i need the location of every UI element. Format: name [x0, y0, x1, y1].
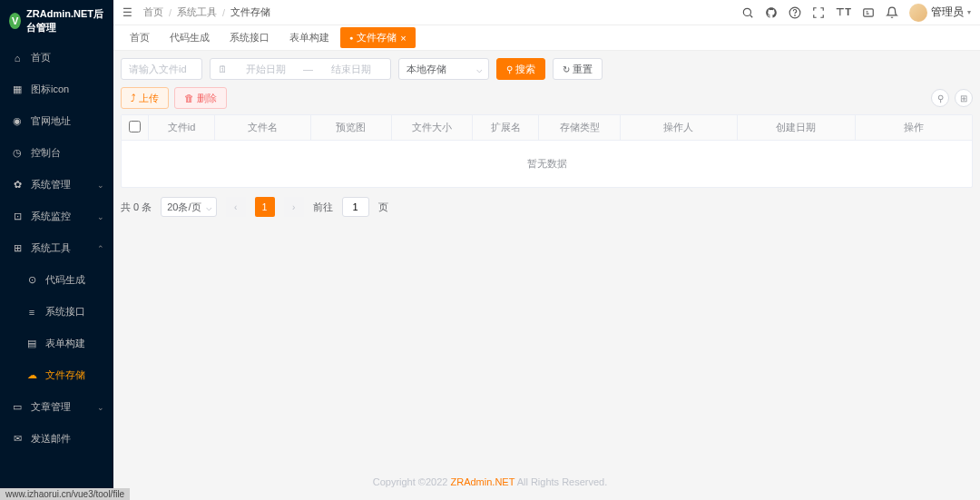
chevron-down-icon: ⌄ [97, 212, 104, 221]
date-end-placeholder: 结束日期 [318, 63, 383, 76]
sidebar-item-system-manage[interactable]: ✿ 系统管理 ⌄ [0, 169, 113, 201]
tabs-bar: 首页 代码生成 系统接口 表单构建 文件存储 × [113, 25, 980, 51]
tab-label: 系统接口 [230, 31, 270, 44]
tab-label: 文件存储 [357, 31, 397, 44]
chevron-down-icon: ▾ [967, 8, 971, 16]
sidebar-item-filestorage[interactable]: ☁ 文件存储 [0, 359, 113, 391]
github-icon[interactable] [765, 6, 778, 19]
sidebar-item-console[interactable]: ◷ 控制台 [0, 137, 113, 169]
next-page-button[interactable]: › [284, 197, 304, 217]
tab-codegen[interactable]: 代码生成 [161, 27, 219, 48]
reset-button[interactable]: ↻ 重置 [553, 58, 603, 80]
header: ☰ 首页 / 系统工具 / 文件存储 [113, 0, 980, 25]
breadcrumb-sep: / [222, 7, 225, 18]
column-preview: 预览图 [311, 115, 392, 140]
svg-rect-3 [864, 8, 874, 15]
content: 🗓 开始日期 — 结束日期 本地存储 ⚲ 搜索 ↻ 重置 [113, 51, 980, 500]
search-icon: ⚲ [506, 64, 513, 74]
date-separator: — [303, 64, 313, 74]
logo[interactable]: V ZRAdmin.NET后台管理 [0, 0, 113, 42]
tab-formbuild[interactable]: 表单构建 [280, 27, 338, 48]
brand-link[interactable]: ZRAdmin.NET [450, 476, 514, 487]
search-icon[interactable] [741, 6, 754, 19]
username: 管理员 [931, 5, 964, 20]
form-icon: ▤ [25, 338, 38, 350]
fileid-input[interactable] [121, 58, 202, 80]
sidebar-item-system-tools[interactable]: ⊞ 系统工具 ⌃ [0, 232, 113, 264]
column-created: 创建日期 [738, 115, 855, 140]
chevron-down-icon: ⌄ [97, 403, 104, 412]
table-header: 文件id 文件名 预览图 文件大小 扩展名 存储类型 操作人 创建日期 操作 [122, 115, 972, 141]
gear-icon: ✿ [11, 179, 24, 191]
language-icon[interactable] [862, 6, 875, 19]
column-fileid: 文件id [149, 115, 215, 140]
user-menu[interactable]: 管理员 ▾ [909, 4, 971, 22]
tab-label: 首页 [130, 31, 150, 44]
sidebar-item-codegen[interactable]: ⊙ 代码生成 [0, 264, 113, 296]
breadcrumb-sep: / [169, 7, 172, 18]
sidebar-item-formbuild[interactable]: ▤ 表单构建 [0, 328, 113, 359]
sidebar-item-website[interactable]: ◉ 官网地址 [0, 105, 113, 137]
sidebar-item-label: 官网地址 [31, 114, 71, 128]
delete-button[interactable]: 🗑 删除 [174, 87, 227, 109]
goto-suffix: 页 [378, 201, 388, 214]
sidebar-item-api[interactable]: ≡ 系统接口 [0, 296, 113, 328]
date-range-picker[interactable]: 🗓 开始日期 — 结束日期 [210, 58, 391, 80]
sidebar-item-home[interactable]: ⌂ 首页 [0, 42, 113, 74]
footer: Copyright ©2022 ZRAdmin.NET All Rights R… [373, 476, 608, 487]
fontsize-icon[interactable]: ⊤T [836, 6, 851, 18]
refresh-tool[interactable]: ⚲ [931, 89, 949, 107]
chevron-up-icon: ⌃ [97, 244, 104, 253]
tab-filestorage[interactable]: 文件存储 × [340, 27, 416, 48]
sidebar-item-label: 文章管理 [31, 400, 71, 414]
refresh-icon: ↻ [563, 64, 570, 74]
trash-icon: 🗑 [184, 93, 194, 103]
notification-icon[interactable] [886, 6, 898, 19]
sidebar-item-label: 控制台 [31, 146, 61, 160]
chevron-down-icon: ⌄ [97, 181, 104, 190]
filter-row: 🗓 开始日期 — 结束日期 本地存储 ⚲ 搜索 ↻ 重置 [121, 58, 973, 80]
button-label: 重置 [573, 63, 593, 76]
sidebar-item-label: 表单构建 [45, 337, 85, 350]
fullscreen-icon[interactable] [812, 6, 825, 19]
breadcrumb-item[interactable]: 首页 [143, 5, 163, 19]
sidebar-item-mail[interactable]: ✉ 发送邮件 [0, 423, 113, 455]
sidebar: V ZRAdmin.NET后台管理 ⌂ 首页 ▦ 图标icon ◉ 官网地址 ◷… [0, 0, 113, 500]
sidebar-item-label: 系统监控 [31, 210, 71, 223]
storage-select[interactable]: 本地存储 [398, 58, 489, 80]
sidebar-item-label: 首页 [31, 51, 51, 64]
calendar-icon: 🗓 [218, 64, 228, 74]
monitor-icon: ⊡ [11, 211, 24, 223]
select-all-checkbox[interactable] [129, 121, 141, 132]
sidebar-item-system-monitor[interactable]: ⊡ 系统监控 ⌄ [0, 201, 113, 232]
avatar [909, 4, 927, 22]
table-tools: ⚲ ⊞ [931, 89, 973, 107]
date-start-placeholder: 开始日期 [233, 63, 298, 76]
page-number-button[interactable]: 1 [255, 197, 275, 217]
close-icon[interactable]: × [400, 33, 406, 44]
select-value: 20条/页 [167, 201, 201, 214]
breadcrumb: 首页 / 系统工具 / 文件存储 [143, 5, 270, 19]
column-toggle-tool[interactable]: ⊞ [955, 89, 973, 107]
breadcrumb-item[interactable]: 系统工具 [177, 5, 217, 19]
upload-button[interactable]: ⤴ 上传 [121, 87, 169, 109]
goto-page-input[interactable] [342, 197, 369, 217]
checkbox-column[interactable] [122, 115, 149, 140]
sidebar-item-icons[interactable]: ▦ 图标icon [0, 74, 113, 105]
tab-home[interactable]: 首页 [121, 27, 159, 48]
action-row: ⤴ 上传 🗑 删除 ⚲ ⊞ [121, 87, 973, 109]
hamburger-icon[interactable]: ☰ [122, 6, 132, 19]
page-size-select[interactable]: 20条/页 [161, 197, 216, 217]
tab-label: 表单构建 [289, 31, 329, 44]
header-right: ⊤T 管理员 ▾ [741, 4, 971, 22]
help-icon[interactable] [789, 6, 801, 19]
prev-page-button[interactable]: ‹ [226, 197, 246, 217]
api-icon: ≡ [25, 306, 38, 319]
column-actions: 操作 [856, 115, 972, 140]
home-icon: ⌂ [11, 52, 24, 64]
tab-api[interactable]: 系统接口 [220, 27, 279, 48]
search-button[interactable]: ⚲ 搜索 [496, 58, 545, 80]
sidebar-item-article[interactable]: ▭ 文章管理 ⌄ [0, 391, 113, 423]
sidebar-item-label: 代码生成 [45, 273, 85, 287]
tool-icon: ⊞ [11, 242, 24, 255]
